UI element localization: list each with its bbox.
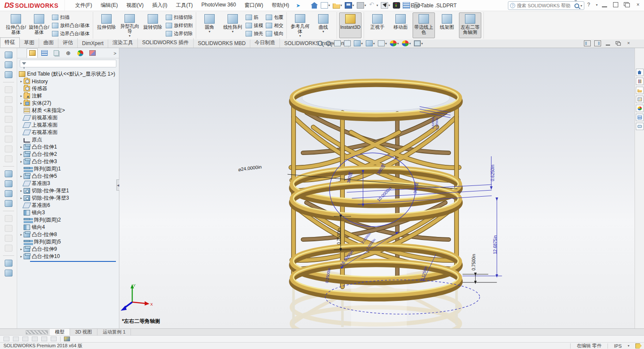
headsup-view-orientation[interactable]: ▾ [354,40,363,46]
dimension-label[interactable]: 0.7500in [337,228,341,245]
expand-arrow-icon[interactable]: ▸ [19,152,24,156]
maximize-button[interactable] [611,1,620,9]
quick-tool-home[interactable] [310,1,319,9]
ribbon-small-button-1-0-1[interactable]: 放样切割 [166,22,193,29]
menu-item-2[interactable]: 视图(V) [122,0,148,11]
headsup-view-settings[interactable]: ▾ [414,40,423,46]
tree-item[interactable]: ▸切除-拉伸-薄壁1 [19,187,119,194]
dropdown-caret-icon[interactable]: ▾ [352,3,354,7]
boundary-boss-icon[interactable] [5,71,12,78]
tree-item[interactable]: 上视基准面 [19,121,119,129]
expand-arrow-icon[interactable]: ▸ [19,247,24,251]
filter-edges-icon[interactable] [13,337,19,341]
solidworks-forum-icon[interactable] [636,123,644,130]
expand-arrow-icon[interactable]: ▸ [19,189,24,193]
dropdown-caret-icon[interactable]: ▾ [361,42,363,46]
tab-渲染工具[interactable]: 渲染工具 [108,38,138,48]
ribbon-button-5-3[interactable]: 线架图 [436,12,458,38]
ribbon-button-1-0[interactable]: 拉伸切除 [95,12,118,38]
lofted-boss-icon[interactable] [5,61,12,68]
menu-item-6[interactable]: 窗口(W) [240,0,267,11]
ribbon-button-1-1[interactable]: 异型孔向导▾ [118,12,141,38]
doc-minimize-button[interactable] [605,40,611,46]
quick-tool-print[interactable]: ▾ [356,1,367,9]
pane-left-icon[interactable] [584,40,591,46]
units-caret-icon[interactable]: ▾ [628,344,629,348]
pattern-table-icon[interactable] [5,200,12,207]
expand-arrow-icon[interactable]: ▸ [19,233,24,237]
filter-vertices-icon[interactable] [3,337,9,341]
tree-item[interactable]: 基准面3 [19,180,119,187]
tree-item[interactable]: 材质 <未指定> [19,107,119,114]
tree-item[interactable]: 阵列(圆周)2 [19,216,119,224]
tree-item[interactable]: 阵列(圆周)1 [19,165,119,173]
swept-cut-icon[interactable] [5,190,12,197]
expand-arrow-icon[interactable]: ▸ [19,196,24,200]
tree-item[interactable]: ▸凸台-拉伸10 [19,253,119,260]
quick-tool-new-document[interactable]: ▾ [320,1,331,9]
minimize-button[interactable] [600,1,609,9]
filter-solid-bodies-icon[interactable] [32,337,38,341]
ribbon-small-button-2-0-2[interactable]: 抽壳 [246,30,263,37]
ribbon-button-5-0[interactable]: 正视于 [366,12,389,38]
ribbon-button-4-0[interactable]: Instant3D [339,12,361,38]
dropdown-caret-icon[interactable]: ▾ [373,42,375,46]
restore-button[interactable] [623,1,631,9]
headsup-edit-appearance[interactable]: ▾ [390,40,399,46]
tree-item[interactable]: 镜向4 [19,224,119,231]
dropdown-caret-icon[interactable]: ▾ [299,34,301,38]
extruded-cut-icon[interactable] [5,180,12,187]
manager-tab-dimxpertmanager[interactable]: ⊕ [63,49,74,58]
close-button[interactable]: × [634,1,642,9]
headsup-apply-scene[interactable]: ▾ [402,40,411,46]
manager-tab-propertymanager[interactable] [39,49,50,58]
ribbon-small-button-1-0-0[interactable]: 扫描切除 [166,14,193,21]
doc-close-button[interactable]: × [625,40,632,46]
ribbon-small-button-2-0-0[interactable]: 筋 [246,14,263,21]
dropdown-caret-icon[interactable]: ▾ [365,3,366,7]
doc-tab-运动算例 1[interactable]: 运动算例 1 [97,329,131,335]
view-palette-icon[interactable] [636,96,644,103]
tab-评估[interactable]: 评估 [58,38,78,48]
tree-item[interactable]: 基准面6 [19,202,119,209]
dimension-label[interactable]: 0.7500in [471,254,476,270]
tree-item[interactable]: ▸凸台-拉伸3 [19,158,119,165]
quick-tool-undo[interactable]: ▾ [368,1,379,9]
ribbon-button-0-0[interactable]: 拉伸凸台/基体 [5,12,27,38]
tree-item[interactable]: ▸凸台-拉伸1 [19,143,119,151]
doc-tab-3D 视图[interactable]: 3D 视图 [70,329,97,335]
menu-item-0[interactable]: 文件(F) [71,0,96,11]
design-library-icon[interactable] [636,78,644,85]
tree-item[interactable]: ▸凸台-拉伸5 [19,173,119,180]
ribbon-small-button-2-0-1[interactable]: 拔模 [246,22,263,29]
menu-item-5[interactable]: PhotoView 360 [197,0,240,11]
tree-item[interactable]: ▸凸台-拉伸8 [19,231,119,238]
headsup-display-style[interactable]: ▾ [366,40,375,46]
tab-曲面[interactable]: 曲面 [39,38,58,48]
dropdown-caret-icon[interactable]: ▾ [328,3,330,7]
tree-item[interactable]: 右视基准面 [19,129,119,136]
solidworks-resources-icon[interactable] [636,69,644,76]
tree-item[interactable]: ▸实体(27) [19,100,119,107]
rollback-bar[interactable] [30,261,116,262]
headsup-previous-view[interactable] [334,40,341,46]
ribbon-small-button-1-0-2[interactable]: 边界切除 [166,30,193,37]
help-caret-icon[interactable]: ▾ [596,3,598,7]
tab-特征[interactable]: 特征 [0,37,20,48]
ribbon-button-5-2[interactable]: 带边线上色 [413,12,435,38]
ribbon-button-0-1[interactable]: 旋转凸台/基体 [28,12,50,38]
dimension-label[interactable]: 0.6250in [435,118,438,130]
headsup-zoom-to-area[interactable] [326,41,331,46]
doc-tab-模型[interactable]: 模型 [50,329,70,335]
file-explorer-icon[interactable] [636,87,644,94]
dropdown-caret-icon[interactable]: ▾ [377,3,378,7]
expand-arrow-icon[interactable]: ▸ [19,255,24,258]
dome-icon[interactable] [5,170,12,177]
ribbon-button-3-1[interactable]: 曲线▾ [312,12,334,38]
dropdown-caret-icon[interactable]: ▾ [397,42,399,46]
expand-arrow-icon[interactable]: ▸ [19,145,24,149]
ribbon-small-button-2-1-2[interactable]: 镜向 [266,30,283,37]
filter-temporary-axes-icon[interactable] [51,337,57,341]
tree-item[interactable]: ▸注解 [19,92,119,100]
manager-tabs-expand-icon[interactable]: > [114,51,116,56]
